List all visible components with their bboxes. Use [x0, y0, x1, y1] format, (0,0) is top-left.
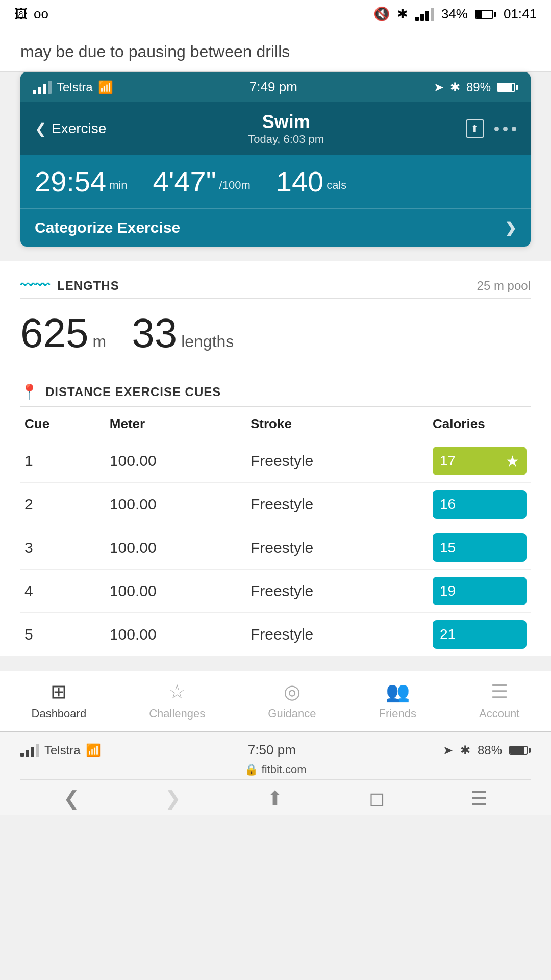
back-label: Exercise: [52, 120, 106, 137]
browser-bar: Telstra 📶 7:50 pm ➤ ✱ 88% 🔒 fitbit.com ❮…: [0, 731, 551, 815]
exercise-cues-section: 📍 DISTANCE EXERCISE CUES Cue Meter Strok…: [20, 373, 531, 656]
nav-dashboard-label: Dashboard: [32, 707, 87, 720]
status-bar-right: 🔇 ✱ 34% 01:41: [373, 6, 537, 22]
nav-account[interactable]: ☰ Account: [479, 680, 520, 720]
table-row: 1100.00Freestyle17★: [20, 439, 531, 483]
cue-table: Cue Meter Stroke Calories 1100.00Freesty…: [20, 407, 531, 656]
fitbit-bluetooth-icon: ✱: [450, 80, 460, 94]
table-row: 3100.00Freestyle15: [20, 526, 531, 570]
nav-dashboard[interactable]: ⊞ Dashboard: [32, 680, 87, 720]
browser-url: 🔒 fitbit.com: [20, 758, 531, 779]
lengths-section-header: 〰〰 LENGTHS 25 m pool: [20, 261, 531, 299]
lock-icon: 🔒: [244, 763, 258, 776]
browser-battery-percent: 88%: [478, 743, 502, 757]
browser-nav-bar[interactable]: ❮ ❯ ⬆ ◻ ☰: [20, 779, 531, 810]
distance-unit: m: [92, 332, 106, 351]
nav-challenges-label: Challenges: [149, 707, 205, 720]
calorie-value-3: 19: [440, 583, 456, 599]
lengths-title: 〰〰 LENGTHS: [20, 277, 119, 294]
pace-unit: /100m: [219, 179, 251, 192]
pool-size: 25 m pool: [477, 279, 531, 293]
nav-challenges[interactable]: ☆ Challenges: [149, 680, 205, 720]
pace-stat: 4'47" /100m: [153, 167, 251, 196]
browser-share-button[interactable]: ⬆: [267, 787, 283, 810]
fitbit-stats: 29:54 min 4'47" /100m 140 cals: [20, 155, 531, 208]
fitbit-status-left: Telstra 📶: [33, 80, 113, 94]
browser-menu-button[interactable]: ☰: [470, 787, 488, 810]
chevron-left-icon: ❮: [35, 120, 46, 137]
fitbit-carrier: Telstra: [57, 80, 93, 94]
calorie-value-4: 21: [440, 626, 456, 643]
browser-carrier: Telstra: [44, 743, 81, 757]
calorie-bar-2: 15: [433, 533, 527, 562]
star-icon-0: ★: [506, 452, 519, 470]
nav-guidance[interactable]: ◎ Guidance: [268, 680, 316, 720]
table-row: 4100.00Freestyle19: [20, 570, 531, 613]
pace-value: 4'47": [153, 167, 216, 196]
fitbit-location-icon: ➤: [434, 80, 444, 94]
fitbit-battery-percent: 89%: [466, 80, 491, 94]
browser-tabs-button[interactable]: ◻: [369, 787, 385, 810]
lengths-unit: lengths: [181, 332, 234, 351]
nav-friends[interactable]: 👥 Friends: [379, 680, 416, 720]
calorie-bar-3: 19: [433, 577, 527, 605]
col-header-meter: Meter: [106, 407, 246, 439]
browser-status-right: ➤ ✱ 88%: [443, 743, 531, 757]
calories-value: 140: [276, 167, 323, 196]
duration-value: 29:54: [35, 167, 106, 196]
cell-meter-1: 100.00: [106, 483, 246, 526]
cell-calories-0: 17★: [429, 439, 531, 483]
account-icon: ☰: [491, 680, 508, 703]
cell-meter-4: 100.00: [106, 613, 246, 656]
time: 01:41: [504, 6, 537, 22]
browser-wifi-icon: 📶: [86, 743, 101, 757]
share-button[interactable]: ⬆: [466, 119, 484, 138]
fitbit-status-right: ➤ ✱ 89%: [434, 80, 518, 94]
browser-forward-button[interactable]: ❯: [165, 787, 181, 810]
cell-meter-0: 100.00: [106, 439, 246, 483]
bottom-nav: ⊞ Dashboard ☆ Challenges ◎ Guidance 👥 Fr…: [0, 671, 551, 731]
cell-calories-4: 21: [429, 613, 531, 656]
bluetooth-icon: ✱: [397, 6, 408, 22]
dot-1: [494, 127, 499, 131]
friends-icon: 👥: [386, 680, 410, 703]
lengths-stat: 33 lengths: [132, 313, 234, 354]
calorie-value-2: 15: [440, 540, 456, 556]
fitbit-time: 7:49 pm: [249, 79, 297, 95]
dot-2: [503, 127, 508, 131]
back-button[interactable]: ❮ Exercise: [35, 120, 106, 137]
duration-unit: min: [109, 179, 127, 192]
col-header-calories: Calories: [429, 407, 531, 439]
calories-unit: cals: [327, 179, 346, 192]
top-note: may be due to pausing between drills: [0, 28, 551, 72]
voicemail-icon: oo: [34, 6, 48, 22]
calorie-value-1: 16: [440, 496, 456, 512]
mute-icon: 🔇: [373, 6, 390, 22]
distance-stat: 625 m: [20, 313, 106, 354]
big-stats: 625 m 33 lengths: [20, 299, 531, 368]
fitbit-status-bar: Telstra 📶 7:49 pm ➤ ✱ 89%: [20, 72, 531, 102]
pin-icon: 📍: [20, 383, 38, 400]
fitbit-battery-icon: [497, 83, 518, 92]
exercise-subtitle: Today, 6:03 pm: [248, 133, 324, 146]
categorize-label: Categorize Exercise: [35, 219, 180, 236]
fitbit-navbar: ❮ Exercise Swim Today, 6:03 pm ⬆: [20, 102, 531, 155]
calorie-bar-1: 16: [433, 490, 527, 519]
share-icon: ⬆: [470, 122, 479, 135]
categorize-button[interactable]: Categorize Exercise ❯: [20, 208, 531, 247]
signal-icon: [415, 8, 434, 21]
browser-back-button[interactable]: ❮: [63, 787, 80, 810]
cell-calories-1: 16: [429, 483, 531, 526]
more-button[interactable]: [494, 127, 516, 131]
cell-meter-2: 100.00: [106, 526, 246, 570]
exercise-cues-title: DISTANCE EXERCISE CUES: [45, 385, 221, 399]
browser-battery-icon: [509, 746, 531, 755]
cell-meter-3: 100.00: [106, 570, 246, 613]
browser-signal-icon: [20, 744, 39, 757]
url-text: fitbit.com: [262, 763, 307, 776]
browser-status: Telstra 📶 7:50 pm ➤ ✱ 88%: [20, 742, 531, 758]
fitbit-wifi-icon: 📶: [98, 80, 113, 94]
duration-stat: 29:54 min: [35, 167, 128, 196]
distance-value: 625: [20, 313, 88, 354]
cell-calories-2: 15: [429, 526, 531, 570]
